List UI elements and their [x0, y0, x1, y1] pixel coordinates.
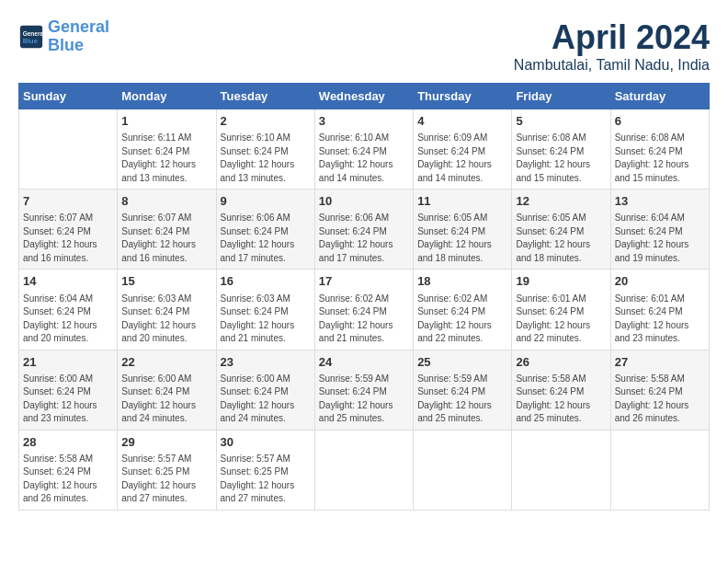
table-row: 13Sunrise: 6:04 AM Sunset: 6:24 PM Dayli…: [610, 190, 709, 270]
table-row: 12Sunrise: 6:05 AM Sunset: 6:24 PM Dayli…: [512, 190, 610, 270]
calendar-week-row: 1Sunrise: 6:11 AM Sunset: 6:24 PM Daylig…: [19, 109, 710, 190]
day-number: 30: [221, 434, 311, 451]
day-info: Sunrise: 6:06 AM Sunset: 6:24 PM Dayligh…: [221, 212, 311, 265]
calendar-week-row: 7Sunrise: 6:07 AM Sunset: 6:24 PM Daylig…: [19, 190, 710, 270]
table-row: 21Sunrise: 6:00 AM Sunset: 6:24 PM Dayli…: [19, 350, 118, 430]
logo-icon: General Blue: [18, 24, 44, 50]
day-info: Sunrise: 6:02 AM Sunset: 6:24 PM Dayligh…: [319, 293, 409, 346]
table-row: 5Sunrise: 6:08 AM Sunset: 6:24 PM Daylig…: [512, 109, 610, 190]
col-saturday: Saturday: [610, 84, 709, 109]
title-area: April 2024 Nambutalai, Tamil Nadu, India: [514, 18, 710, 74]
table-row: 4Sunrise: 6:09 AM Sunset: 6:24 PM Daylig…: [414, 109, 512, 190]
calendar-week-row: 28Sunrise: 5:58 AM Sunset: 6:24 PM Dayli…: [19, 430, 710, 510]
svg-text:General: General: [23, 30, 44, 37]
day-number: 10: [319, 193, 409, 210]
table-row: [414, 430, 512, 510]
header: General Blue GeneralBlue April 2024 Namb…: [18, 18, 710, 74]
day-number: 11: [417, 193, 507, 210]
day-info: Sunrise: 6:08 AM Sunset: 6:24 PM Dayligh…: [516, 132, 606, 185]
day-number: 23: [221, 354, 311, 371]
col-friday: Friday: [512, 84, 610, 109]
page-title: April 2024: [514, 18, 710, 57]
table-row: 8Sunrise: 6:07 AM Sunset: 6:24 PM Daylig…: [118, 190, 216, 270]
calendar-week-row: 14Sunrise: 6:04 AM Sunset: 6:24 PM Dayli…: [19, 270, 710, 350]
calendar-table: Sunday Monday Tuesday Wednesday Thursday…: [18, 83, 710, 511]
table-row: 15Sunrise: 6:03 AM Sunset: 6:24 PM Dayli…: [118, 270, 216, 350]
day-info: Sunrise: 6:03 AM Sunset: 6:24 PM Dayligh…: [221, 293, 311, 346]
day-info: Sunrise: 6:07 AM Sunset: 6:24 PM Dayligh…: [23, 212, 113, 265]
day-number: 21: [23, 354, 113, 371]
day-number: 18: [417, 273, 507, 290]
col-sunday: Sunday: [19, 84, 118, 109]
day-number: 19: [516, 273, 606, 290]
table-row: 18Sunrise: 6:02 AM Sunset: 6:24 PM Dayli…: [414, 270, 512, 350]
day-info: Sunrise: 6:04 AM Sunset: 6:24 PM Dayligh…: [23, 293, 113, 346]
day-number: 26: [516, 354, 606, 371]
col-wednesday: Wednesday: [314, 84, 413, 109]
day-info: Sunrise: 6:00 AM Sunset: 6:24 PM Dayligh…: [121, 373, 211, 426]
day-info: Sunrise: 6:10 AM Sunset: 6:24 PM Dayligh…: [221, 132, 311, 185]
day-info: Sunrise: 6:00 AM Sunset: 6:24 PM Dayligh…: [23, 373, 113, 426]
day-info: Sunrise: 6:03 AM Sunset: 6:24 PM Dayligh…: [121, 293, 211, 346]
calendar-week-row: 21Sunrise: 6:00 AM Sunset: 6:24 PM Dayli…: [19, 350, 710, 430]
day-info: Sunrise: 6:08 AM Sunset: 6:24 PM Dayligh…: [615, 132, 705, 185]
day-number: 29: [121, 434, 211, 451]
day-info: Sunrise: 5:59 AM Sunset: 6:24 PM Dayligh…: [417, 373, 507, 426]
table-row: 25Sunrise: 5:59 AM Sunset: 6:24 PM Dayli…: [414, 350, 512, 430]
table-row: 23Sunrise: 6:00 AM Sunset: 6:24 PM Dayli…: [216, 350, 314, 430]
table-row: 6Sunrise: 6:08 AM Sunset: 6:24 PM Daylig…: [610, 109, 709, 190]
day-number: 2: [221, 113, 311, 130]
day-info: Sunrise: 6:01 AM Sunset: 6:24 PM Dayligh…: [615, 293, 705, 346]
day-info: Sunrise: 6:05 AM Sunset: 6:24 PM Dayligh…: [417, 212, 507, 265]
day-info: Sunrise: 6:05 AM Sunset: 6:24 PM Dayligh…: [516, 212, 606, 265]
day-number: 8: [121, 193, 211, 210]
col-thursday: Thursday: [414, 84, 512, 109]
table-row: [512, 430, 610, 510]
day-info: Sunrise: 5:57 AM Sunset: 6:25 PM Dayligh…: [221, 453, 311, 506]
table-row: 20Sunrise: 6:01 AM Sunset: 6:24 PM Dayli…: [610, 270, 709, 350]
day-info: Sunrise: 5:58 AM Sunset: 6:24 PM Dayligh…: [615, 373, 705, 426]
day-number: 3: [319, 113, 409, 130]
day-info: Sunrise: 6:07 AM Sunset: 6:24 PM Dayligh…: [121, 212, 211, 265]
day-info: Sunrise: 5:57 AM Sunset: 6:25 PM Dayligh…: [121, 453, 211, 506]
table-row: 9Sunrise: 6:06 AM Sunset: 6:24 PM Daylig…: [216, 190, 314, 270]
table-row: 7Sunrise: 6:07 AM Sunset: 6:24 PM Daylig…: [19, 190, 118, 270]
day-number: 9: [221, 193, 311, 210]
day-number: 25: [417, 354, 507, 371]
day-info: Sunrise: 5:58 AM Sunset: 6:24 PM Dayligh…: [516, 373, 606, 426]
logo-text: GeneralBlue: [48, 18, 109, 55]
table-row: 28Sunrise: 5:58 AM Sunset: 6:24 PM Dayli…: [19, 430, 118, 510]
table-row: [314, 430, 413, 510]
table-row: 30Sunrise: 5:57 AM Sunset: 6:25 PM Dayli…: [216, 430, 314, 510]
table-row: 19Sunrise: 6:01 AM Sunset: 6:24 PM Dayli…: [512, 270, 610, 350]
day-number: 5: [516, 113, 606, 130]
day-info: Sunrise: 6:02 AM Sunset: 6:24 PM Dayligh…: [417, 293, 507, 346]
table-row: 26Sunrise: 5:58 AM Sunset: 6:24 PM Dayli…: [512, 350, 610, 430]
col-monday: Monday: [118, 84, 216, 109]
table-row: 10Sunrise: 6:06 AM Sunset: 6:24 PM Dayli…: [314, 190, 413, 270]
day-number: 15: [121, 273, 211, 290]
day-number: 17: [319, 273, 409, 290]
day-number: 4: [417, 113, 507, 130]
day-number: 14: [23, 273, 113, 290]
table-row: 11Sunrise: 6:05 AM Sunset: 6:24 PM Dayli…: [414, 190, 512, 270]
calendar-header-row: Sunday Monday Tuesday Wednesday Thursday…: [19, 84, 710, 109]
day-number: 27: [615, 354, 705, 371]
day-number: 1: [121, 113, 211, 130]
day-info: Sunrise: 5:58 AM Sunset: 6:24 PM Dayligh…: [23, 453, 113, 506]
table-row: 2Sunrise: 6:10 AM Sunset: 6:24 PM Daylig…: [216, 109, 314, 190]
day-number: 28: [23, 434, 113, 451]
day-info: Sunrise: 5:59 AM Sunset: 6:24 PM Dayligh…: [319, 373, 409, 426]
day-info: Sunrise: 6:00 AM Sunset: 6:24 PM Dayligh…: [221, 373, 311, 426]
day-info: Sunrise: 6:06 AM Sunset: 6:24 PM Dayligh…: [319, 212, 409, 265]
table-row: 16Sunrise: 6:03 AM Sunset: 6:24 PM Dayli…: [216, 270, 314, 350]
table-row: 24Sunrise: 5:59 AM Sunset: 6:24 PM Dayli…: [314, 350, 413, 430]
day-number: 12: [516, 193, 606, 210]
day-number: 7: [23, 193, 113, 210]
logo: General Blue GeneralBlue: [18, 18, 109, 55]
day-number: 16: [221, 273, 311, 290]
col-tuesday: Tuesday: [216, 84, 314, 109]
table-row: 29Sunrise: 5:57 AM Sunset: 6:25 PM Dayli…: [118, 430, 216, 510]
day-info: Sunrise: 6:09 AM Sunset: 6:24 PM Dayligh…: [417, 132, 507, 185]
day-info: Sunrise: 6:11 AM Sunset: 6:24 PM Dayligh…: [121, 132, 211, 185]
